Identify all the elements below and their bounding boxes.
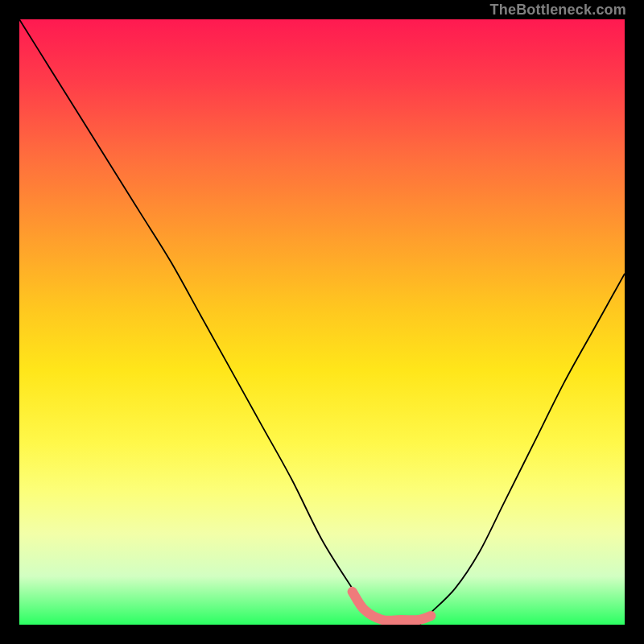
plot-area xyxy=(19,19,625,625)
attribution-text: TheBottleneck.com xyxy=(490,0,626,19)
bottleneck-curve xyxy=(19,19,625,625)
sweet-spot-marker xyxy=(353,592,431,621)
chart-svg xyxy=(19,19,625,625)
chart-frame: TheBottleneck.com xyxy=(0,0,644,644)
